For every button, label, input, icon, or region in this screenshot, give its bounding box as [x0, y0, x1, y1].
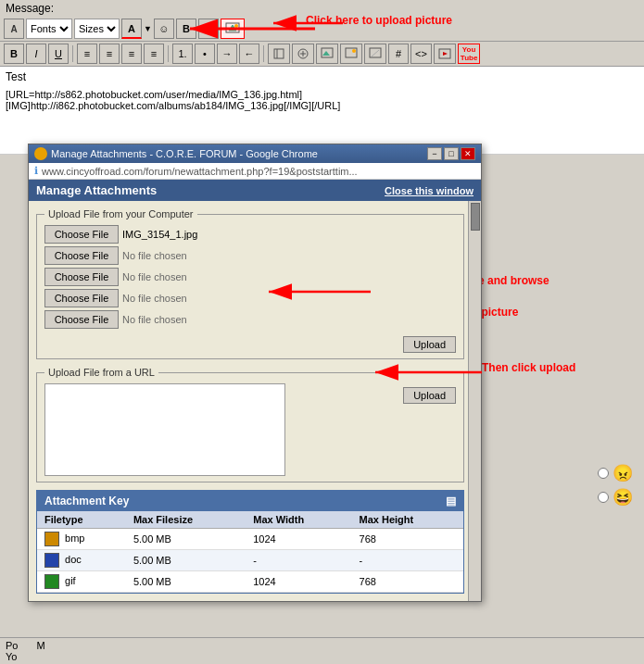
youtube-btn[interactable]: YouTube: [458, 44, 481, 64]
emoji-item-laugh: 😆: [598, 487, 633, 507]
svg-rect-5: [274, 49, 284, 58]
svg-line-15: [372, 50, 379, 56]
attachment-key-title: Attachment Key: [44, 495, 129, 507]
outdent-btn[interactable]: ←: [239, 44, 259, 64]
choose-file-btn-2[interactable]: Choose File: [44, 246, 119, 265]
align-right-btn[interactable]: ≡: [121, 44, 142, 64]
choose-file-btn-4[interactable]: Choose File: [44, 289, 119, 307]
modal-header: Manage Attachments Close this window: [29, 180, 481, 201]
upload-computer-button[interactable]: Upload: [403, 336, 456, 353]
upload-url-button[interactable]: Upload: [403, 387, 456, 404]
bold-btn[interactable]: B: [4, 44, 24, 64]
modal-address: www.cincyoffroad.com/forum/newattachment…: [42, 166, 358, 177]
link-btn[interactable]: [364, 44, 386, 64]
modal-header-title: Manage Attachments: [36, 183, 157, 197]
choose-file-btn-1[interactable]: Choose File: [44, 225, 119, 244]
font-icon-btn[interactable]: A: [4, 19, 24, 39]
attachment-table-body: bmp 5.00 MB 1024 768 doc 5.00 MB - -: [37, 529, 463, 593]
upload-url-legend: Upload File from a URL: [44, 367, 158, 378]
filetype-bmp: bmp: [37, 529, 126, 550]
align-center-btn[interactable]: ≡: [99, 44, 120, 64]
size-select[interactable]: Sizes: [74, 19, 120, 39]
width-doc: -: [246, 550, 351, 571]
col-maxfilesize: Max Filesize: [126, 511, 246, 529]
special2-btn[interactable]: [292, 44, 314, 64]
file-name-5: No file chosen: [122, 314, 187, 325]
minimize-button[interactable]: −: [427, 147, 442, 160]
gif-icon: [44, 574, 59, 589]
insert-image-btn[interactable]: [340, 44, 362, 64]
url-textarea[interactable]: [44, 383, 285, 476]
color-button[interactable]: A: [121, 19, 142, 39]
upload-computer-section: Upload File from your Computer Choose Fi…: [36, 208, 464, 359]
modal-scrollbar[interactable]: [468, 201, 481, 601]
close-button[interactable]: ✕: [461, 147, 475, 160]
modal-title: Manage Attachments - C.O.R.E. FORUM - Go…: [51, 148, 318, 159]
choose-file-btn-5[interactable]: Choose File: [44, 310, 119, 329]
attachment-key-header: Attachment Key ▤: [37, 491, 463, 511]
url-upload-row: Upload: [44, 383, 456, 476]
upload-click-annotation: Then click upload: [482, 361, 630, 376]
info-icon: ℹ: [34, 165, 38, 177]
editor-line2: [URL=http://s862.photobucket.com/user/me…: [6, 89, 638, 111]
align-left-btn[interactable]: ≡: [77, 44, 97, 64]
bold-button[interactable]: B: [176, 19, 196, 39]
doc-icon: [44, 553, 59, 568]
bmp-icon: [44, 532, 59, 546]
special1-btn[interactable]: [268, 44, 290, 64]
choose-file-btn-3[interactable]: Choose File: [44, 268, 119, 286]
hash-btn[interactable]: #: [388, 44, 409, 64]
height-doc: -: [352, 550, 463, 571]
size-bmp: 5.00 MB: [126, 529, 246, 550]
restore-button[interactable]: □: [444, 147, 459, 160]
upload-url-section: Upload File from a URL Upload: [36, 367, 464, 482]
indent-btn[interactable]: →: [217, 44, 237, 64]
attachment-key-section: Attachment Key ▤ Filetype Max Filesize M…: [36, 490, 464, 594]
image-upload-button[interactable]: [221, 19, 245, 39]
col-filetype: Filetype: [37, 511, 126, 529]
attachment-key-icon: ▤: [446, 495, 456, 507]
smiley-button[interactable]: ☺: [154, 19, 174, 39]
modal-addressbar: ℹ www.cincyoffroad.com/forum/newattachme…: [29, 163, 481, 180]
image-btn[interactable]: [316, 44, 338, 64]
underline-btn[interactable]: U: [48, 44, 69, 64]
modal-close-link[interactable]: Close this window: [385, 185, 474, 196]
status-bar: Po Yo M: [0, 637, 644, 664]
modal-body: Upload File from your Computer Choose Fi…: [29, 201, 481, 601]
media-btn[interactable]: [434, 44, 456, 64]
file-row-4: Choose File No file chosen: [44, 289, 456, 307]
font-select[interactable]: Fonts: [26, 19, 72, 39]
toolbar-row2: B I U ≡ ≡ ≡ ≡ 1. • → ← # <> YouTube: [0, 42, 644, 67]
svg-marker-11: [322, 51, 330, 56]
angry-emoji: 😠: [612, 463, 633, 483]
align-justify-btn[interactable]: ≡: [144, 44, 164, 64]
file-name-2: No file chosen: [122, 250, 187, 261]
col-maxheight: Max Height: [352, 511, 463, 529]
size-gif: 5.00 MB: [126, 571, 246, 593]
code-btn[interactable]: <>: [410, 44, 432, 64]
height-bmp: 768: [352, 529, 463, 550]
svg-marker-17: [443, 52, 448, 56]
modal-titlebar-controls: − □ ✕: [427, 147, 475, 160]
ordered-list-btn[interactable]: 1.: [172, 44, 193, 64]
file-row-1: Choose File IMG_3154_1.jpg: [44, 225, 456, 244]
table-row: bmp 5.00 MB 1024 768: [37, 529, 463, 550]
unordered-list-btn[interactable]: •: [195, 44, 215, 64]
italic-btn[interactable]: I: [26, 44, 46, 64]
upload-computer-legend: Upload File from your Computer: [44, 208, 197, 219]
svg-point-13: [352, 49, 356, 53]
emoji-radio-angry[interactable]: [598, 468, 609, 479]
file-name-4: No file chosen: [122, 293, 187, 304]
upload-annotation: Click here to upload picture: [306, 14, 452, 27]
svg-point-2: [234, 24, 238, 28]
file-row-3: Choose File No file chosen: [44, 268, 456, 286]
attachment-table: Filetype Max Filesize Max Width Max Heig…: [37, 511, 463, 593]
strikethrough-button[interactable]: S: [198, 19, 219, 39]
manage-attachments-modal: Manage Attachments - C.O.R.E. FORUM - Go…: [28, 144, 482, 602]
laugh-emoji: 😆: [612, 487, 633, 507]
emoji-radio-laugh[interactable]: [598, 492, 609, 503]
attachment-table-header-row: Filetype Max Filesize Max Width Max Heig…: [37, 511, 463, 529]
editor-content-area[interactable]: Test [URL=http://s862.photobucket.com/us…: [0, 67, 644, 155]
toolbar-row1: A Fonts Sizes A ▼ ☺ B S Click here to up…: [0, 17, 644, 42]
status-left: Po Yo: [6, 640, 18, 662]
